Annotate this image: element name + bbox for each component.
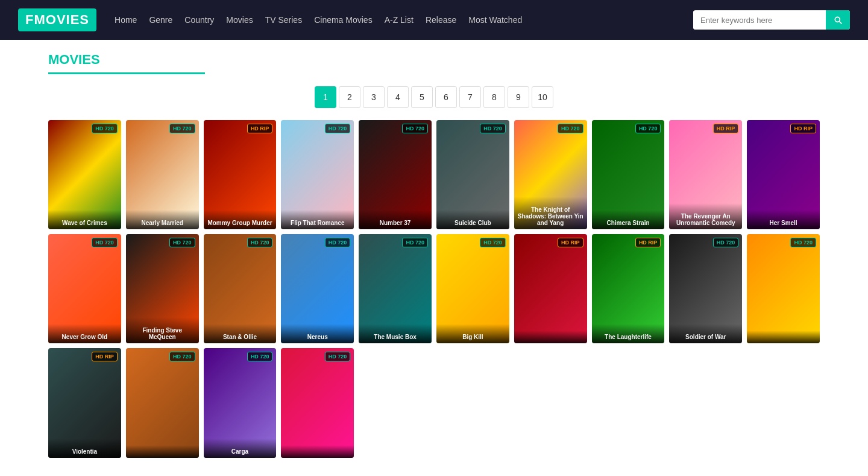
movie-title: The Music Box — [359, 324, 432, 343]
page-btn-8[interactable]: 8 — [483, 86, 505, 108]
movie-badge: HD 720 — [325, 238, 351, 247]
nav-item-home[interactable]: Home — [115, 15, 137, 25]
movie-card[interactable]: HD RIPViolentia — [48, 348, 121, 457]
movie-card[interactable]: HD RIPThe Revenger An Unromantic Comedy — [669, 120, 742, 229]
movie-card[interactable]: HD 720 — [747, 234, 820, 343]
page-btn-6[interactable]: 6 — [435, 86, 457, 108]
movie-card[interactable]: HD 720Big Kill — [436, 234, 509, 343]
movie-card[interactable]: HD 720Soldier of War — [669, 234, 742, 343]
movie-title: Nearly Married — [126, 210, 199, 229]
movie-badge: HD 720 — [402, 124, 428, 133]
movie-title: The Laughterlife — [592, 324, 665, 343]
nav-item-genre[interactable]: Genre — [149, 15, 172, 25]
movie-title: Big Kill — [436, 324, 509, 343]
movie-title — [126, 445, 199, 458]
movie-badge: HD 720 — [325, 352, 351, 361]
nav-item-a-z-list[interactable]: A-Z List — [385, 15, 414, 25]
movie-badge: HD 720 — [247, 238, 273, 247]
nav-item-most-watched[interactable]: Most Watched — [468, 15, 522, 25]
movie-title: Wave of Crimes — [48, 210, 121, 229]
nav-item-release[interactable]: Release — [426, 15, 456, 25]
movie-card[interactable]: HD RIP — [514, 234, 587, 343]
page-title: MOVIES — [48, 52, 205, 74]
search-container — [693, 10, 850, 30]
nav-item-tv-series[interactable]: TV Series — [265, 15, 302, 25]
movie-badge: HD 720 — [247, 352, 273, 361]
movie-card[interactable]: HD 720Chimera Strain — [592, 120, 665, 229]
page-btn-2[interactable]: 2 — [339, 86, 360, 108]
movie-card[interactable]: HD 720The Knight of Shadows: Between Yin… — [514, 120, 587, 229]
movie-card[interactable]: HD 720Wave of Crimes — [48, 120, 121, 229]
nav-item-cinema-movies[interactable]: Cinema Movies — [314, 15, 372, 25]
movie-title: Never Grow Old — [48, 324, 121, 343]
movie-title — [747, 331, 820, 343]
movie-card[interactable]: HD 720Finding Steve McQueen — [126, 234, 199, 343]
nav-item-country[interactable]: Country — [184, 15, 214, 25]
movie-title: Stan & Ollie — [204, 324, 277, 343]
movie-title: The Revenger An Unromantic Comedy — [669, 203, 742, 229]
movie-title: Soldier of War — [669, 324, 742, 343]
movie-badge: HD 720 — [480, 124, 506, 133]
movie-badge: HD RIP — [635, 238, 661, 247]
movie-title: Flip That Romance — [281, 210, 354, 229]
movie-card[interactable]: HD 720Suicide Club — [436, 120, 509, 229]
movie-title: Number 37 — [359, 210, 432, 229]
movie-card[interactable]: HD RIPHer Smell — [747, 120, 820, 229]
movie-title: The Knight of Shadows: Between Yin and Y… — [514, 197, 587, 229]
movie-card[interactable]: HD 720 — [281, 348, 354, 457]
movie-badge: HD 720 — [713, 238, 739, 247]
movie-card[interactable]: HD 720Stan & Ollie — [204, 234, 277, 343]
movie-card[interactable]: HD 720Nereus — [281, 234, 354, 343]
movie-badge: HD 720 — [635, 124, 661, 133]
movie-title — [281, 445, 354, 458]
movie-title: Mommy Group Murder — [204, 210, 277, 229]
page-btn-7[interactable]: 7 — [459, 86, 481, 108]
movie-card[interactable]: HD RIPThe Laughterlife — [592, 234, 665, 343]
search-button[interactable] — [826, 10, 850, 30]
movie-badge: HD RIP — [558, 238, 583, 247]
movie-badge: HD RIP — [92, 352, 118, 361]
page-btn-4[interactable]: 4 — [387, 86, 409, 108]
movie-badge: HD 720 — [92, 238, 118, 247]
movie-card[interactable]: HD 720Nearly Married — [126, 120, 199, 229]
movie-card[interactable]: HD 720The Music Box — [359, 234, 432, 343]
movie-badge: HD RIP — [790, 124, 816, 133]
movie-badge: HD 720 — [169, 124, 195, 133]
page-btn-10[interactable]: 10 — [532, 86, 553, 108]
page-btn-5[interactable]: 5 — [411, 86, 433, 108]
movie-card[interactable]: HD 720Flip That Romance — [281, 120, 354, 229]
movie-title — [514, 331, 587, 343]
movie-badge: HD 720 — [325, 124, 351, 133]
movie-title: Chimera Strain — [592, 210, 665, 229]
page-btn-9[interactable]: 9 — [508, 86, 529, 108]
pagination: 12345678910 — [48, 86, 820, 108]
movie-title: Her Smell — [747, 210, 820, 229]
movie-grid: HD 720Wave of CrimesHD 720Nearly Married… — [48, 120, 820, 458]
movie-badge: HD 720 — [790, 238, 816, 247]
search-icon — [833, 15, 843, 25]
main-content: MOVIES 12345678910 HD 720Wave of CrimesH… — [0, 40, 868, 470]
movie-badge: HD 720 — [92, 124, 118, 133]
movie-badge: HD 720 — [480, 238, 506, 247]
page-btn-1[interactable]: 1 — [315, 86, 336, 108]
movie-title: Violentia — [48, 439, 121, 458]
page-btn-3[interactable]: 3 — [363, 86, 385, 108]
movie-card[interactable]: HD 720Carga — [204, 348, 277, 457]
movie-card[interactable]: HD RIPMommy Group Murder — [204, 120, 277, 229]
header: FMOVIES HomeGenreCountryMoviesTV SeriesC… — [0, 0, 868, 40]
movie-card[interactable]: HD 720Number 37 — [359, 120, 432, 229]
movie-title: Carga — [204, 439, 277, 458]
movie-card[interactable]: HD 720Never Grow Old — [48, 234, 121, 343]
site-logo[interactable]: FMOVIES — [18, 8, 96, 31]
movie-title: Suicide Club — [436, 210, 509, 229]
movie-badge: HD 720 — [558, 124, 583, 133]
main-nav: HomeGenreCountryMoviesTV SeriesCinema Mo… — [115, 15, 675, 25]
movie-badge: HD 720 — [169, 238, 195, 247]
nav-item-movies[interactable]: Movies — [226, 15, 253, 25]
search-input[interactable] — [693, 11, 826, 30]
movie-badge: HD RIP — [247, 124, 273, 133]
movie-badge: HD 720 — [169, 352, 195, 361]
movie-badge: HD 720 — [402, 238, 428, 247]
movie-card[interactable]: HD 720 — [126, 348, 199, 457]
movie-title: Finding Steve McQueen — [126, 317, 199, 343]
